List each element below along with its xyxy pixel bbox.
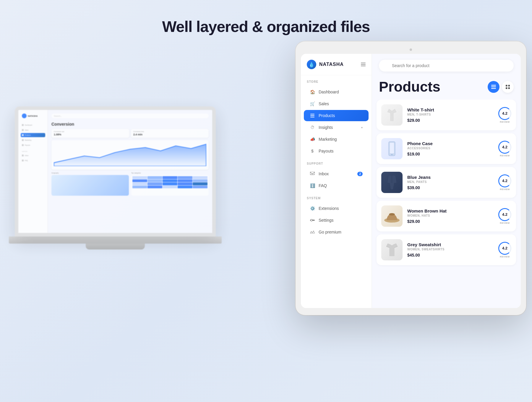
inbox-icon <box>310 171 315 176</box>
tablet-device: 💧 NATASHA STORE 🏠 Dashboard 🛒 <box>296 41 526 315</box>
laptop-nav-dot <box>22 160 24 161</box>
rating-label-jeans: REVIEW <box>500 188 510 191</box>
rating-label-tshirt: REVIEW <box>500 121 510 123</box>
product-price-phone: $19.00 <box>407 152 494 156</box>
insights-icon: ⏱ <box>310 125 315 130</box>
laptop-nav-dashboard[interactable]: Dashboard <box>21 123 45 127</box>
product-price-tshirt: $29.00 <box>407 118 494 123</box>
product-category-jeans: MEN, PANTS <box>407 180 494 184</box>
sidebar-item-insights[interactable]: ⏱ Insights ▾ <box>304 122 369 133</box>
laptop-nav-dot <box>22 129 24 131</box>
search-input[interactable] <box>379 60 514 72</box>
product-info-tshirt: White T-shirt MEN, T-SHIRTS $29.00 <box>407 107 494 123</box>
rating-label-sweatshirt: REVIEW <box>500 255 510 258</box>
laptop-logo-icon <box>22 114 27 118</box>
product-card-tshirt[interactable]: White T-shirt MEN, T-SHIRTS $29.00 4.2 R… <box>377 100 516 130</box>
laptop-nav-marketing-label: Marketing <box>25 139 31 141</box>
product-card-jeans[interactable]: Blue Jeans MEN, PANTS $39.00 4.2 REVIEW <box>377 167 516 198</box>
laptop-stat-label-2: Conversion time <box>133 131 206 132</box>
marketing-icon: 📣 <box>310 137 315 142</box>
laptop-stat-value-1: 1.08% <box>54 133 127 136</box>
laptop-nav-dot <box>22 155 24 156</box>
svg-rect-13 <box>508 87 510 89</box>
sidebar-item-dashboard[interactable]: 🏠 Dashboard <box>304 86 369 98</box>
header-icons <box>488 81 514 93</box>
svg-rect-10 <box>506 85 507 87</box>
product-price-sweatshirt: $45.00 <box>407 253 494 257</box>
laptop-nav-marketing[interactable]: Marketing <box>21 138 45 142</box>
sidebar-item-settings[interactable]: Settings <box>304 215 369 226</box>
page-heading: Well layered & organized files <box>0 0 532 35</box>
laptop-device: NATASHA Dashboard Sales Products <box>15 106 216 249</box>
sidebar-item-settings-label: Settings <box>319 218 363 223</box>
product-name-jeans: Blue Jeans <box>407 175 494 180</box>
sidebar-item-inbox[interactable]: Inbox 2 <box>304 168 369 179</box>
laptop-nav-inbox-label: Inbox <box>25 155 28 156</box>
laptop-nav-dot <box>22 144 24 146</box>
sidebar-item-marketing[interactable]: 📣 Marketing <box>304 134 369 145</box>
product-info-phone: Phone Case ACCESSORIES $19.00 <box>407 141 494 156</box>
svg-rect-9 <box>491 88 496 89</box>
product-rating-phone: 4.2 REVIEW <box>498 141 511 157</box>
product-rating-sweatshirt: 4.2 REVIEW <box>498 242 511 258</box>
section-label-store: STORE <box>301 75 372 86</box>
product-image-jeans <box>381 172 403 193</box>
rating-label-hat: REVIEW <box>500 222 510 224</box>
laptop-nav-dot <box>22 124 24 126</box>
list-view-button[interactable] <box>488 81 499 93</box>
svg-rect-7 <box>491 85 496 86</box>
sidebar-item-sales[interactable]: 🛒 Sales <box>304 98 369 109</box>
laptop-nav-dot <box>22 134 24 136</box>
laptop-nav-sales-label: Sales <box>25 129 29 131</box>
rating-circle-hat: 4.2 <box>498 208 511 221</box>
svg-point-16 <box>391 154 392 155</box>
product-image-hat <box>381 205 403 227</box>
premium-icon <box>310 229 315 235</box>
settings-icon <box>310 218 315 223</box>
laptop-base <box>9 236 222 244</box>
product-card-sweatshirt[interactable]: Grey Sweatshirt WOMEN, SWEATSHIRTS $45.0… <box>377 234 516 265</box>
rating-circle-jeans: 4.2 <box>498 174 511 187</box>
laptop-nav-faq-label: FAQ <box>25 160 28 161</box>
sidebar-item-dashboard-label: Dashboard <box>319 90 363 94</box>
sidebar-item-marketing-label: Marketing <box>319 137 363 142</box>
laptop-nav-payouts[interactable]: Payouts <box>21 143 45 147</box>
svg-rect-3 <box>310 172 315 175</box>
svg-point-19 <box>389 213 395 215</box>
search-bar <box>372 54 521 76</box>
laptop-nav-faq[interactable]: FAQ <box>21 158 45 163</box>
laptop-sidebar: NATASHA Dashboard Sales Products <box>18 110 48 233</box>
hamburger-menu[interactable] <box>361 63 366 66</box>
product-name-tshirt: White T-shirt <box>407 107 494 112</box>
home-icon: 🏠 <box>310 89 315 95</box>
laptop-stat-card-2: Conversion time 2.4 min <box>131 129 209 138</box>
product-card-phone[interactable]: Phone Case ACCESSORIES $19.00 4.2 REVIEW <box>377 133 516 164</box>
sidebar-item-payouts-label: Payouts <box>319 149 363 153</box>
sidebar-item-extensions[interactable]: ⚙️ Extensions <box>304 203 369 214</box>
laptop-nav-products[interactable]: Products <box>21 133 45 137</box>
sidebar-item-gopremium[interactable]: Go premium <box>304 226 369 238</box>
laptop-nav-products-label: Products <box>25 134 31 136</box>
laptop-content-title: Conversion <box>51 122 209 127</box>
svg-rect-12 <box>506 87 507 89</box>
sidebar-item-products-label: Products <box>319 113 363 118</box>
tablet-body: 💧 NATASHA STORE 🏠 Dashboard 🛒 <box>296 41 526 315</box>
laptop-stats-row: Conversion rate 1.08% Conversion time 2.… <box>51 129 209 138</box>
products-header: Products <box>372 76 521 100</box>
product-info-jeans: Blue Jeans MEN, PANTS $39.00 <box>407 175 494 190</box>
laptop-bottom-row: Geography Top categories <box>51 172 209 196</box>
grid-view-button[interactable] <box>502 81 514 93</box>
product-category-phone: ACCESSORIES <box>407 147 494 150</box>
product-price-hat: $29.00 <box>407 219 494 224</box>
product-name-sweatshirt: Grey Sweatshirt <box>407 242 494 247</box>
tablet-screen: 💧 NATASHA STORE 🏠 Dashboard 🛒 <box>301 54 521 308</box>
section-label-support: SUPPORT <box>301 157 372 168</box>
sidebar-item-faq[interactable]: ℹ️ FAQ <box>304 180 369 191</box>
sidebar-item-payouts[interactable]: $ Payouts <box>304 145 369 157</box>
product-image-phone <box>381 138 403 159</box>
sidebar-item-products[interactable]: Products <box>304 110 369 121</box>
laptop-nav-sales[interactable]: Sales <box>21 128 45 132</box>
chevron-down-icon: ▾ <box>361 126 363 129</box>
laptop-nav-inbox[interactable]: Inbox <box>21 153 45 158</box>
product-card-hat[interactable]: Women Brown Hat WOMEN, HATS $29.00 4.2 R… <box>377 201 516 231</box>
